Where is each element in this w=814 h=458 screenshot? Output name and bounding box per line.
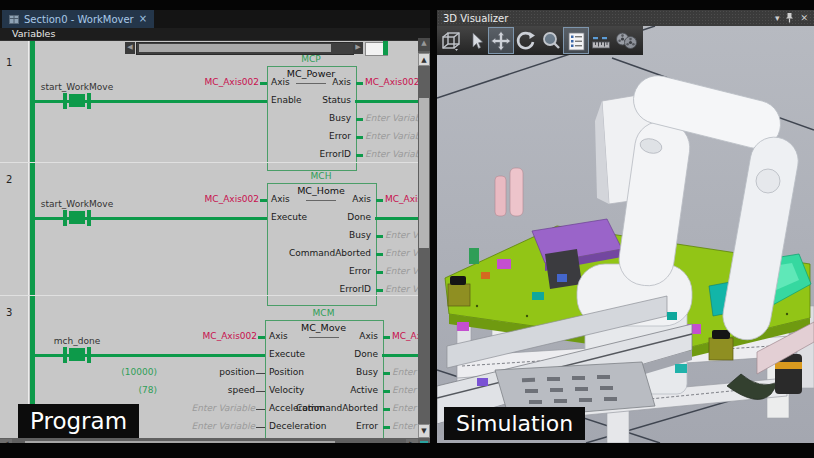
fb-output-pin-label: Busy [265, 367, 378, 377]
3d-visualizer-panel: 3D Visualizer ▾ ✕ [437, 10, 814, 443]
fb-output-pin-label: Error [267, 266, 371, 276]
pin-icon[interactable] [785, 12, 794, 25]
scroll-down-button[interactable]: ▼ [418, 424, 430, 438]
output-stub [383, 390, 390, 393]
input-stub [260, 82, 267, 85]
contact-label[interactable]: start_WorkMove [18, 82, 136, 92]
rung-number[interactable]: 2 [6, 174, 12, 185]
contact-state-box[interactable] [69, 211, 85, 224]
output-operand[interactable]: Enter Variable [365, 131, 418, 141]
input-operand[interactable]: MC_Axis002 [175, 194, 259, 204]
output-operand[interactable]: Enter Variable [392, 421, 418, 431]
scroll-up-step-button[interactable]: ▲ [418, 53, 430, 66]
input-operand[interactable]: position [167, 367, 255, 377]
pan-icon[interactable] [489, 28, 513, 53]
fb-output-pin-label: Error [265, 421, 378, 431]
output-operand[interactable]: MC_Axis002 [365, 77, 418, 87]
vscroll-thumb[interactable] [419, 98, 429, 248]
rung-number[interactable]: 1 [6, 57, 12, 68]
contact-bar-left[interactable] [63, 210, 67, 226]
output-operand[interactable]: Enter Variable [392, 367, 418, 377]
output-operand[interactable]: Enter Variable [385, 284, 418, 294]
contact-label[interactable]: start_WorkMove [18, 199, 136, 209]
pointer-icon[interactable] [464, 28, 488, 53]
tab-close-icon[interactable]: × [139, 14, 147, 24]
output-stub [356, 82, 363, 85]
view-cube-icon[interactable] [439, 28, 463, 53]
fb-instance-name[interactable]: MCP [267, 54, 355, 64]
output-operand[interactable]: Enter Variable [392, 403, 418, 413]
3d-viewport[interactable]: Simulation [437, 26, 814, 443]
input-dash [256, 409, 265, 410]
ladder-canvas[interactable]: ◀▶1MCPMC_PowerAxisMC_Axis002Enablestart_… [0, 41, 418, 438]
ladder-section-icon [9, 14, 19, 24]
fb-output-pin-label: Status [267, 95, 351, 105]
contact-bar-right[interactable] [87, 347, 91, 363]
panel-splitter[interactable] [430, 10, 437, 458]
contact-state-box[interactable] [69, 348, 85, 361]
output-operand[interactable]: Enter Variable [365, 149, 418, 159]
fb-output-pin-label: Error [267, 131, 351, 141]
tab-title: Section0 - WorkMover [24, 14, 134, 25]
fb-output-pin-label: ErrorID [267, 149, 351, 159]
close-icon[interactable]: ✕ [800, 13, 808, 23]
program-overlay-text: Program [30, 408, 127, 434]
fb-output-pin-label: Busy [267, 113, 351, 123]
scroll-up-button[interactable]: ▲ [418, 38, 430, 51]
rung-separator [0, 295, 418, 296]
input-operand[interactable]: speed [167, 385, 255, 395]
contact-label[interactable]: mch_done [18, 336, 136, 346]
ladder-vertical-scrollbar[interactable]: ▲ ▲ ▼ [418, 38, 430, 453]
window-menu-icon[interactable]: ▾ [775, 13, 780, 23]
rung-separator [0, 162, 418, 163]
output-stub [356, 136, 363, 139]
output-operand[interactable]: MC_Axis002 [392, 331, 418, 341]
contact-state-box[interactable] [69, 94, 85, 107]
tab-strip: Section0 - WorkMover × [0, 10, 430, 28]
tab-section0-workmover[interactable]: Section0 - WorkMover × [2, 10, 154, 28]
rung-number[interactable]: 3 [6, 307, 12, 318]
record-movie-icon[interactable] [614, 28, 638, 53]
part-tree-icon[interactable] [564, 28, 588, 53]
fb-instance-name[interactable]: MCM [265, 308, 382, 318]
output-operand[interactable]: Enter Variable [385, 248, 418, 258]
window-bottom-bar [0, 443, 814, 458]
3d-visualizer-title: 3D Visualizer [443, 13, 775, 24]
ladder-editor-panel: Section0 - WorkMover × Variables ◀▶1MCPM… [0, 10, 430, 443]
3d-toolbar [437, 26, 643, 55]
window-top-bar [0, 0, 814, 10]
input-operand[interactable]: MC_Axis002 [173, 331, 257, 341]
contact-bar-left[interactable] [63, 347, 67, 363]
input-operand[interactable]: Enter Variable [167, 421, 255, 431]
output-operand[interactable]: Enter Variable [392, 385, 418, 395]
output-stub [376, 235, 383, 238]
input-operand[interactable]: Enter Variable [167, 403, 255, 413]
contact-bar-right[interactable] [87, 210, 91, 226]
contact-bar-left[interactable] [63, 93, 67, 109]
input-watch-value: (78) [75, 385, 157, 395]
output-operand[interactable]: Enter Variable [365, 113, 418, 123]
input-stub [260, 199, 267, 202]
input-operand[interactable]: MC_Axis002 [175, 77, 259, 87]
contact-bar-right[interactable] [87, 93, 91, 109]
fb-output-pin-label: Axis [267, 77, 351, 87]
input-watch-value: (10000) [75, 367, 157, 377]
input-dash [256, 427, 265, 428]
ladder-hscroll-thumb[interactable] [139, 44, 331, 52]
ladder-hscroll-right-button[interactable]: ▶ [353, 42, 363, 54]
fb-output-pin-label: Active [265, 385, 378, 395]
fb-output-pin-label: ErrorID [267, 284, 371, 294]
ladder-hscroll-left-button[interactable]: ◀ [125, 42, 135, 54]
simulation-overlay-label: Simulation [444, 407, 585, 440]
variables-bar[interactable]: Variables [0, 28, 430, 41]
output-stub [383, 408, 390, 411]
output-operand[interactable]: Enter Variable [385, 230, 418, 240]
output-operand[interactable]: Enter Variable [385, 266, 418, 276]
orbit-icon[interactable] [514, 28, 538, 53]
fb-instance-name[interactable]: MCH [267, 171, 375, 181]
output-operand[interactable]: MC_Axis002 [385, 194, 418, 204]
zoom-icon[interactable] [539, 28, 563, 53]
measure-icon[interactable] [589, 28, 613, 53]
fb-output-pin-label: Done [265, 349, 378, 359]
output-stub [376, 199, 383, 202]
